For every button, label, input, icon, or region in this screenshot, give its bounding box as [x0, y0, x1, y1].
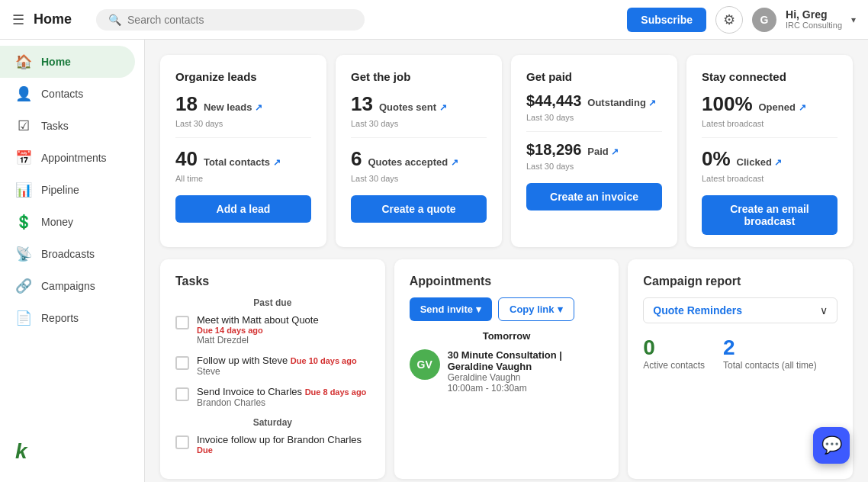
opened-label: Opened ↗ — [759, 101, 806, 113]
contacts-icon: 👤 — [15, 85, 32, 102]
chat-fab-button[interactable]: 💬 — [813, 427, 850, 464]
sidebar-item-pipeline[interactable]: 📊 Pipeline — [0, 174, 135, 206]
appointments-panel: Appointments Send invite ▾ Copy link ▾ T… — [394, 259, 619, 479]
tasks-panel-title: Tasks — [175, 275, 370, 288]
add-lead-button[interactable]: Add a lead — [175, 195, 311, 223]
sidebar-label-pipeline: Pipeline — [41, 184, 79, 196]
task-due-inline-2: Due 10 days ago — [291, 356, 357, 365]
paid-arrow: ↗ — [611, 146, 619, 157]
paid-label: Paid ↗ — [587, 146, 619, 157]
app-title: Home — [34, 11, 72, 27]
sidebar-item-home[interactable]: 🏠 Home — [0, 46, 135, 78]
cards-row: Organize leads 18 New leads ↗ Last 30 da… — [160, 55, 853, 247]
quotes-accepted-sub: Last 30 days — [351, 174, 487, 183]
total-contacts-all-time-number: 2 — [723, 336, 817, 360]
paid-sub: Last 30 days — [526, 162, 662, 171]
total-contacts-number: 40 — [175, 147, 198, 171]
sidebar-label-broadcasts: Broadcasts — [41, 248, 95, 260]
stat-clicked: 0% Clicked ↗ — [702, 147, 837, 171]
user-menu-chevron[interactable]: ▾ — [851, 14, 856, 25]
task-person-3: Brandon Charles — [197, 397, 366, 408]
menu-icon[interactable]: ☰ — [12, 11, 24, 28]
card-stay-connected: Stay connected 100% Opened ↗ Latest broa… — [686, 55, 853, 247]
sidebar-label-contacts: Contacts — [41, 88, 83, 100]
create-quote-button[interactable]: Create a quote — [351, 195, 487, 223]
report-stats: 0 Active contacts 2 Total contacts (all … — [643, 336, 837, 371]
stat-quotes-accepted: 6 Quotes accepted ↗ — [351, 147, 487, 171]
card-get-the-job: Get the job 13 Quotes sent ↗ Last 30 day… — [336, 55, 502, 247]
total-contacts-label: Total contacts ↗ — [204, 156, 281, 168]
quotes-sent-sub: Last 30 days — [351, 119, 487, 128]
copy-link-button[interactable]: Copy link ▾ — [498, 297, 574, 321]
new-leads-arrow: ↗ — [255, 102, 262, 113]
clicked-arrow: ↗ — [774, 157, 782, 168]
outstanding-arrow: ↗ — [648, 98, 656, 108]
active-contacts-number: 0 — [643, 336, 705, 360]
sidebar-label-appointments: Appointments — [41, 152, 107, 164]
sidebar-item-tasks[interactable]: ☑ Tasks — [0, 110, 135, 142]
settings-icon[interactable]: ⚙ — [715, 6, 743, 34]
dropdown-chevron-icon: ∨ — [820, 304, 828, 317]
tasks-panel: Tasks Past due Meet with Matt about Quot… — [160, 259, 385, 479]
card-title-stay-connected: Stay connected — [702, 70, 837, 83]
card-title-get-the-job: Get the job — [351, 70, 487, 83]
sidebar-item-appointments[interactable]: 📅 Appointments — [0, 142, 135, 174]
task-person-1: Matt Drezdel — [197, 335, 319, 345]
task-item: Meet with Matt about Quote Due 14 days a… — [175, 314, 370, 345]
appointment-avatar: GV — [410, 349, 440, 380]
create-invoice-button[interactable]: Create an invoice — [526, 183, 662, 210]
stat-outstanding: $44,443 Outstanding ↗ — [526, 92, 662, 110]
money-icon: 💲 — [15, 214, 32, 230]
appointment-name: 30 Minute Consultation | Geraldine Vaugh… — [448, 349, 604, 372]
campaign-report-title: Campaign report — [643, 275, 837, 288]
paid-number: $18,296 — [526, 141, 581, 159]
appointments-actions: Send invite ▾ Copy link ▾ — [410, 297, 604, 321]
stat-quotes-sent: 13 Quotes sent ↗ — [351, 92, 487, 116]
sidebar-item-broadcasts[interactable]: 📡 Broadcasts — [0, 238, 135, 270]
app-logo: k — [15, 439, 129, 464]
task-due-4: Due — [197, 445, 362, 455]
avatar[interactable]: G — [752, 8, 776, 32]
user-info[interactable]: Hi, Greg IRC Consulting — [786, 8, 842, 31]
card-get-paid: Get paid $44,443 Outstanding ↗ Last 30 d… — [511, 55, 677, 247]
sidebar-item-money[interactable]: 💲 Money — [0, 206, 135, 238]
task-checkbox-2[interactable] — [175, 356, 189, 370]
pipeline-icon: 📊 — [15, 182, 32, 198]
card-title-organize-leads: Organize leads — [175, 70, 311, 83]
saturday-label: Saturday — [175, 417, 370, 428]
task-checkbox-4[interactable] — [175, 435, 189, 449]
quotes-sent-arrow: ↗ — [439, 102, 447, 113]
create-broadcast-button[interactable]: Create an email broadcast — [702, 195, 837, 235]
task-due-inline-3: Due 8 days ago — [305, 387, 367, 397]
appointments-icon: 📅 — [15, 149, 32, 166]
sidebar-item-contacts[interactable]: 👤 Contacts — [0, 78, 135, 110]
send-invite-chevron: ▾ — [476, 304, 481, 315]
appointment-time: 10:00am - 10:30am — [448, 383, 604, 394]
subscribe-button[interactable]: Subscribe — [627, 8, 706, 32]
user-company: IRC Consulting — [786, 21, 842, 31]
send-invite-button[interactable]: Send invite ▾ — [410, 297, 492, 321]
sidebar-label-money: Money — [41, 216, 73, 228]
clicked-sub: Latest broadcast — [702, 174, 837, 183]
task-checkbox-1[interactable] — [175, 316, 189, 329]
sidebar-item-campaigns[interactable]: 🔗 Campaigns — [0, 270, 135, 302]
stat-total-contacts: 40 Total contacts ↗ — [175, 147, 311, 171]
new-leads-label: New leads ↗ — [204, 101, 262, 113]
layout: 🏠 Home 👤 Contacts ☑ Tasks 📅 Appointments… — [0, 40, 868, 482]
sidebar-item-reports[interactable]: 📄 Reports — [0, 302, 135, 334]
new-leads-sub: Last 30 days — [175, 119, 311, 128]
task-checkbox-3[interactable] — [175, 387, 189, 401]
outstanding-sub: Last 30 days — [526, 113, 662, 122]
search-bar[interactable]: 🔍 — [96, 9, 365, 31]
reports-icon: 📄 — [15, 310, 32, 326]
outstanding-number: $44,443 — [526, 92, 581, 110]
home-icon: 🏠 — [15, 53, 32, 70]
sidebar: 🏠 Home 👤 Contacts ☑ Tasks 📅 Appointments… — [0, 40, 145, 482]
broadcasts-icon: 📡 — [15, 246, 32, 262]
past-due-label: Past due — [175, 297, 370, 308]
opened-sub: Latest broadcast — [702, 119, 837, 128]
search-input[interactable] — [127, 14, 352, 26]
total-contacts-arrow: ↗ — [273, 157, 281, 168]
appointment-contact: Geraldine Vaughn — [448, 372, 604, 383]
campaign-report-dropdown[interactable]: Quote Reminders ∨ — [643, 297, 837, 323]
